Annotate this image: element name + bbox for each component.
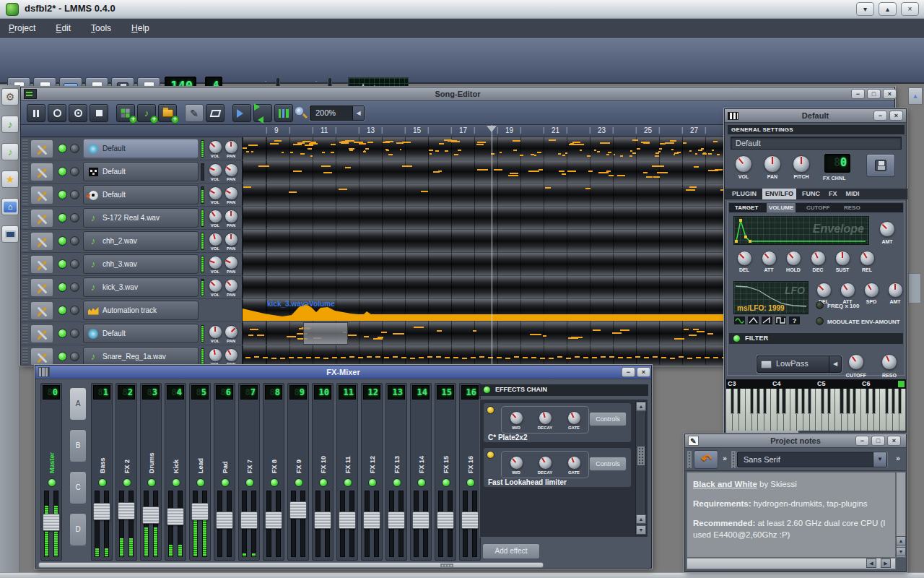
song-editor-close-button[interactable]: × [883,89,897,99]
mixer-channel-fx-8[interactable]: 88 8FX 8 [263,383,284,561]
fader-handle[interactable] [118,502,135,519]
envelope-rel-knob[interactable] [860,251,875,266]
track-name-button[interactable]: ♪kick_3.wav [83,277,199,297]
track-grip[interactable] [22,186,28,204]
notes-scroll-down-icon[interactable]: ▼ [896,547,906,556]
toolbar-grip2[interactable] [731,451,736,468]
target-reso[interactable]: RESO [842,203,863,212]
fader-handle[interactable] [167,508,184,525]
notes-text-area[interactable]: Black and White by SkiessiRequirements: … [687,472,896,558]
notes-scroll-right-icon[interactable]: ▶ [881,558,891,568]
filter-type-dropdown[interactable]: LowPass ◀ [757,355,842,373]
effect-controls-button[interactable]: Controls [589,457,627,471]
maximize-window-button[interactable]: ▴ [879,2,897,16]
tab-plugin[interactable]: PLUGIN [729,189,759,199]
mixer-group-d[interactable]: D [69,513,87,546]
close-window-button[interactable]: × [901,2,919,16]
track-volume-knob[interactable] [209,325,222,339]
track-mute-led[interactable] [58,282,67,292]
track-pan-knob[interactable] [225,348,238,362]
track-grip[interactable] [22,255,28,274]
record-while-playing-button[interactable] [69,104,87,122]
piano-black-key[interactable] [866,389,869,414]
notes-close-button[interactable]: × [887,436,901,446]
track-tools-button[interactable] [30,278,53,297]
menu-edit[interactable]: Edit [56,23,71,33]
piano-black-key[interactable] [801,389,805,414]
channel-fader[interactable] [43,491,60,557]
octave-strip[interactable]: C3C4C5C6 [726,379,906,389]
mixer-horizontal-scrollbar[interactable] [38,562,544,568]
add-effect-button[interactable]: Add effect [482,543,540,559]
channel-fader[interactable] [93,491,110,557]
piano-black-key[interactable] [763,389,767,414]
fader-handle[interactable] [216,512,233,529]
playhead-marker[interactable] [487,126,497,137]
track-pan-knob[interactable] [225,325,238,339]
track-pan-knob[interactable] [225,163,238,177]
fader-handle[interactable] [412,512,430,529]
channel-fader[interactable] [118,491,135,557]
piano-black-key[interactable] [892,389,895,414]
tab-func[interactable]: FUNC [799,189,823,199]
mixer-channel-fx-12[interactable]: 8812FX 12 [361,383,383,561]
envelope-dec-knob[interactable] [811,251,826,266]
channel-led[interactable] [172,478,180,487]
track-grip[interactable] [22,301,28,320]
channel-fader[interactable] [191,491,209,557]
track-volume-knob[interactable] [209,186,222,200]
channel-led[interactable] [417,478,426,487]
channel-led[interactable] [270,478,279,487]
main-titlebar[interactable]: dsfbl2* - LMMS 0.4.0 ▾ ▴ × [0,0,924,19]
fader-handle[interactable] [93,503,110,520]
envelope-att-knob[interactable] [762,251,777,266]
track-mute-led[interactable] [58,259,67,269]
lfo-shape-random-button[interactable]: ? [788,316,801,325]
filter-dropdown-arrow[interactable]: ◀ [829,356,841,372]
track-volume-knob[interactable] [209,140,222,154]
track-record-led[interactable] [70,352,79,361]
notes-vertical-scrollbar[interactable]: ▲ ▼ [896,472,906,558]
add-automation-track-button[interactable]: + [158,104,177,122]
instrument-pan-knob[interactable] [764,155,781,173]
stop-button[interactable] [90,104,108,122]
track-volume-knob[interactable] [209,210,222,223]
effect-controls-button[interactable]: Controls [589,412,627,426]
lfo-graph[interactable]: LFO ms/LFO: 1999 [733,281,808,314]
notes-horizontal-scrollbar[interactable]: ◀ ▶ [687,558,896,569]
sidebar-computer-button[interactable] [1,225,19,243]
envelope-sust-knob[interactable] [835,251,850,266]
channel-led[interactable] [368,478,377,487]
target-volume[interactable]: VOLUME [767,203,796,212]
track-tools-button[interactable] [30,348,53,365]
instrument-minimize-button[interactable]: − [873,111,887,121]
lfo-amt-knob[interactable] [888,282,903,298]
instrument-titlebar[interactable]: Default − × [725,109,906,123]
notes-minimize-button[interactable]: − [855,436,869,446]
project-notes-titlebar[interactable]: ✎ Project notes − □ × [685,434,906,448]
channel-led[interactable] [245,478,254,487]
font-selector[interactable]: Sans Serif ▼ [737,452,887,467]
fx-mixer-titlebar[interactable]: FX-Mixer − × [35,366,651,379]
fader-handle[interactable] [461,512,479,529]
track-grip[interactable] [22,163,28,181]
track-tools-button[interactable] [30,163,53,181]
freq-x100-checkbox[interactable] [816,301,824,309]
mixer-channel-bass[interactable]: 88 1Bass [91,383,113,561]
track-mute-led[interactable] [58,329,67,338]
effect-knob-gate[interactable] [567,411,581,425]
track-pan-knob[interactable] [225,279,238,293]
track-mute-led[interactable] [58,306,67,315]
mixer-channel-master[interactable]: 88 0Master [40,383,62,561]
sidebar-instrument-plugins-button[interactable]: ⚙ [1,88,19,105]
mixer-group-c[interactable]: C [69,471,87,504]
piano-black-key[interactable] [872,389,876,414]
effect-knob-w-d[interactable] [510,456,523,470]
menu-tools[interactable]: Tools [91,23,111,33]
channel-led[interactable] [98,478,107,487]
fx-mixer-close-button[interactable]: × [637,367,650,377]
effect-knob-w-d[interactable] [510,411,523,425]
record-button[interactable] [48,104,66,122]
track-record-led[interactable] [70,190,79,199]
channel-fader[interactable] [461,491,479,557]
